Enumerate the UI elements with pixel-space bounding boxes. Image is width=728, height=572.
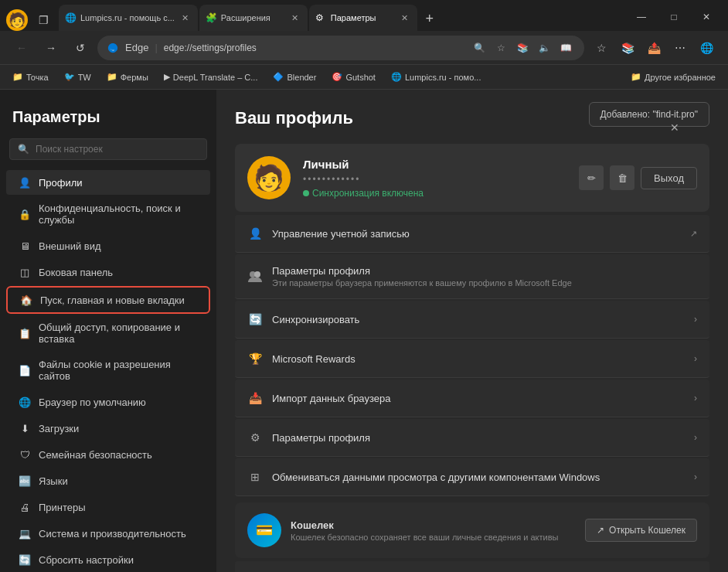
manage-account-title: Управление учетной записью: [272, 228, 681, 240]
rewards-title: Microsoft Rewards: [272, 353, 685, 365]
tab-close-lumpics[interactable]: ✕: [179, 12, 192, 24]
wallet-btn-icon: ↗: [597, 525, 604, 536]
settings-sync[interactable]: 🔄 Синхронизировать ›: [235, 301, 709, 339]
sidebar-item-sidebar-panel[interactable]: ◫ Боковая панель: [6, 260, 210, 284]
sidebar-item-downloads[interactable]: ⬇ Загрузки: [6, 416, 210, 441]
settings-search-box[interactable]: 🔍: [9, 138, 207, 160]
sidebar-item-languages[interactable]: 🔤 Языки: [6, 468, 210, 493]
search-address-button[interactable]: 🔍: [470, 39, 488, 57]
address-separator: |: [155, 42, 157, 53]
profile-delete-button[interactable]: 🗑: [610, 165, 634, 190]
collections-button[interactable]: 📚: [513, 39, 532, 57]
sync-status: Синхронизация включена: [303, 188, 566, 199]
profile-signout-button[interactable]: Выход: [641, 167, 697, 189]
sidebar-item-sidepanel-label: Боковая панель: [39, 267, 113, 278]
immersive-reader-button[interactable]: 📖: [556, 39, 575, 57]
sidebar-item-profiles[interactable]: 👤 Профили: [6, 170, 210, 195]
sidebar-item-default-browser[interactable]: 🌐 Браузер по умолчанию: [6, 390, 210, 414]
edge-account-button[interactable]: 🌐: [694, 36, 719, 60]
collections-nav-button[interactable]: 📚: [615, 36, 640, 60]
bookmark-lumpics[interactable]: 🌐 Lumpics.ru - помо...: [385, 70, 488, 83]
settings-rewards[interactable]: 🏆 Microsoft Rewards ›: [235, 340, 709, 378]
tab-list-button[interactable]: ❐: [32, 9, 54, 31]
settings-search-input[interactable]: [36, 144, 199, 155]
bookmark-other[interactable]: 📁 Другое избранное: [624, 70, 722, 83]
settings-windows[interactable]: ⊞ Обмениваться данными просмотра с други…: [235, 458, 709, 496]
bookmark-tochka-icon: 📁: [12, 72, 23, 82]
profile-settings-info-icon: [247, 269, 263, 284]
bookmark-blender-icon: 🔷: [273, 72, 284, 82]
settings-import[interactable]: 📥 Импорт данных браузера ›: [235, 380, 709, 417]
rewards-text: Microsoft Rewards: [272, 353, 685, 365]
profile-avatar-tab[interactable]: 🧑: [6, 9, 28, 31]
bookmark-deepl[interactable]: ▶ DeepL Translate – С...: [158, 70, 264, 83]
bookmark-gutshot[interactable]: 🎯 Gutshot: [325, 70, 382, 83]
bookmark-fermy[interactable]: 📁 Фермы: [100, 70, 155, 83]
tab-extensions[interactable]: 🧩 Расширения ✕: [199, 5, 308, 31]
bookmark-deepl-icon: ▶: [164, 72, 170, 82]
sidebar-item-profiles-label: Профили: [39, 177, 83, 189]
read-aloud-button[interactable]: 🔈: [535, 39, 553, 57]
tab-favicon-extensions: 🧩: [206, 12, 216, 23]
close-button[interactable]: ✕: [691, 6, 722, 28]
tab-close-extensions[interactable]: ✕: [289, 12, 301, 24]
settings-payment[interactable]: 💳 Сведения об оплате ↗: [235, 561, 709, 572]
tab-close-settings[interactable]: ✕: [399, 12, 411, 24]
bookmark-lumpics-label: Lumpics.ru - помо...: [405, 73, 481, 82]
sidebar-item-family-label: Семейная безопасность: [39, 449, 152, 461]
bookmark-tw[interactable]: 🐦 TW: [58, 70, 97, 83]
maximize-button[interactable]: □: [658, 6, 689, 28]
settings-profile-settings-info[interactable]: Параметры профиля Эти параметры браузера…: [235, 254, 709, 299]
settings-profile-params[interactable]: ⚙ Параметры профиля ›: [235, 419, 709, 457]
refresh-button[interactable]: ↺: [68, 36, 93, 60]
import-text: Импорт данных браузера: [272, 393, 685, 404]
sidebar-item-sharing[interactable]: 📋 Общий доступ, копирование и вставка: [6, 315, 210, 351]
bookmark-other-label: Другое избранное: [645, 73, 716, 82]
sharing-icon: 📋: [19, 327, 31, 339]
printers-icon: 🖨: [19, 501, 31, 513]
sidebar-item-reset[interactable]: 🔄 Сбросить настройки: [6, 547, 210, 572]
windows-text: Обмениваться данными просмотра с другими…: [272, 472, 685, 483]
sidebar-item-new-tab[interactable]: 🏠 Пуск, главная и новые вкладки: [6, 286, 210, 314]
sidebar-item-cookies[interactable]: 📄 Файлы cookie и разрешения сайтов: [6, 352, 210, 388]
tab-lumpics[interactable]: 🌐 Lumpics.ru - помощь с... ✕: [59, 5, 198, 31]
sidebar-item-printers[interactable]: 🖨 Принтеры: [6, 495, 210, 519]
bookmark-blender[interactable]: 🔷 Blender: [267, 70, 322, 83]
bookmark-other-icon: 📁: [631, 72, 641, 82]
settings-manage-account[interactable]: 👤 Управление учетной записью ↗: [235, 215, 709, 253]
sidebar-item-family[interactable]: 🛡 Семейная безопасность: [6, 442, 210, 467]
added-notification-close[interactable]: ✕: [659, 115, 690, 140]
manage-account-external-icon: ↗: [690, 229, 697, 239]
bookmark-tochka[interactable]: 📁 Точка: [6, 70, 55, 83]
import-title: Импорт данных браузера: [272, 393, 685, 404]
bookmark-gutshot-icon: 🎯: [332, 72, 342, 82]
minimize-button[interactable]: —: [626, 6, 657, 28]
sidebar-item-newtab-label: Пуск, главная и новые вкладки: [40, 295, 185, 306]
bookmark-tw-icon: 🐦: [64, 72, 75, 82]
sidebar-item-reset-label: Сбросить настройки: [39, 554, 134, 566]
sidebar-item-appearance[interactable]: 🖥 Внешний вид: [6, 233, 210, 258]
profile-edit-button[interactable]: ✏: [579, 165, 604, 190]
back-button[interactable]: ←: [9, 36, 34, 60]
tab-favicon-settings: ⚙: [315, 12, 326, 23]
bookmark-lumpics-icon: 🌐: [391, 72, 402, 82]
bookmark-fermy-label: Фермы: [121, 73, 148, 82]
favorites-panel-button[interactable]: ☆: [589, 36, 614, 60]
new-tab-button[interactable]: +: [419, 8, 441, 29]
sync-dot: [303, 190, 309, 196]
share-button[interactable]: 📤: [641, 36, 666, 60]
forward-button[interactable]: →: [39, 36, 63, 60]
sidebar-item-cookies-label: Файлы cookie и разрешения сайтов: [39, 359, 198, 382]
wallet-open-button[interactable]: ↗ Открыть Кошелек: [585, 519, 697, 542]
sidebar-panel-icon: ◫: [19, 266, 31, 278]
tab-settings[interactable]: ⚙ Параметры ✕: [309, 5, 417, 31]
favorites-button[interactable]: ☆: [492, 39, 510, 57]
sidebar-item-sharing-label: Общий доступ, копирование и вставка: [39, 322, 198, 345]
address-bar[interactable]: Edge | edge://settings/profiles 🔍 ☆ 📚 🔈 …: [97, 36, 584, 60]
settings-more-button[interactable]: ⋯: [668, 36, 692, 60]
sidebar-item-privacy[interactable]: 🔒 Конфиденциальность, поиск и службы: [6, 196, 210, 232]
profile-settings-info-desc: Эти параметры браузера применяются к ваш…: [272, 278, 697, 288]
import-icon: 📥: [247, 390, 263, 406]
bookmark-blender-label: Blender: [287, 73, 316, 82]
sidebar-item-system[interactable]: 💻 Система и производительность: [6, 521, 210, 546]
